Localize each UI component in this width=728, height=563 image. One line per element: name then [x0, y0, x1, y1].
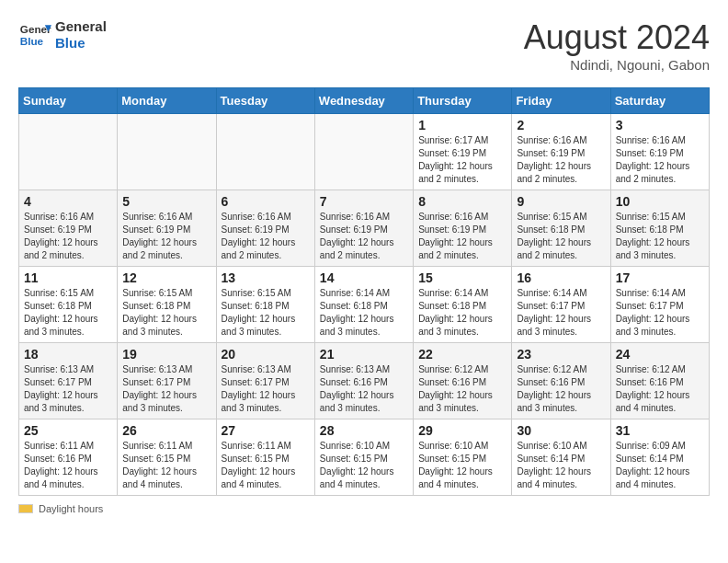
calendar-cell: 7Sunrise: 6:16 AM Sunset: 6:19 PM Daylig… — [314, 190, 413, 267]
day-info: Sunrise: 6:14 AM Sunset: 6:18 PM Dayligh… — [418, 287, 506, 339]
calendar-header-row: SundayMondayTuesdayWednesdayThursdayFrid… — [19, 88, 710, 114]
calendar-cell: 21Sunrise: 6:13 AM Sunset: 6:16 PM Dayli… — [314, 343, 413, 419]
title-block: August 2024 Ndindi, Ngouni, Gabon — [524, 18, 710, 73]
day-number: 24 — [616, 347, 704, 362]
calendar-day-header: Monday — [118, 88, 216, 114]
day-info: Sunrise: 6:15 AM Sunset: 6:18 PM Dayligh… — [616, 211, 704, 262]
calendar-cell: 18Sunrise: 6:13 AM Sunset: 6:17 PM Dayli… — [19, 343, 118, 419]
day-number: 11 — [24, 270, 112, 285]
day-number: 9 — [517, 194, 605, 209]
calendar-day-header: Thursday — [414, 88, 512, 114]
calendar-cell: 24Sunrise: 6:12 AM Sunset: 6:16 PM Dayli… — [610, 343, 709, 419]
day-number: 4 — [24, 194, 112, 209]
day-number: 17 — [616, 270, 704, 285]
day-number: 26 — [122, 423, 210, 438]
legend: Daylight hours — [18, 503, 710, 514]
day-number: 14 — [320, 270, 408, 285]
day-info: Sunrise: 6:11 AM Sunset: 6:15 PM Dayligh… — [222, 440, 310, 491]
calendar-cell: 11Sunrise: 6:15 AM Sunset: 6:18 PM Dayli… — [19, 267, 118, 343]
day-info: Sunrise: 6:10 AM Sunset: 6:15 PM Dayligh… — [418, 440, 506, 491]
day-number: 31 — [616, 423, 704, 438]
day-info: Sunrise: 6:11 AM Sunset: 6:15 PM Dayligh… — [122, 440, 210, 491]
day-number: 29 — [418, 423, 506, 438]
day-info: Sunrise: 6:16 AM Sunset: 6:19 PM Dayligh… — [222, 211, 310, 262]
calendar-cell: 1Sunrise: 6:17 AM Sunset: 6:19 PM Daylig… — [414, 114, 512, 190]
calendar-cell: 26Sunrise: 6:11 AM Sunset: 6:15 PM Dayli… — [118, 419, 216, 496]
day-info: Sunrise: 6:13 AM Sunset: 6:17 PM Dayligh… — [122, 363, 210, 415]
day-number: 7 — [320, 194, 408, 209]
day-info: Sunrise: 6:15 AM Sunset: 6:18 PM Dayligh… — [222, 287, 310, 339]
calendar-cell: 2Sunrise: 6:16 AM Sunset: 6:19 PM Daylig… — [512, 114, 610, 190]
day-info: Sunrise: 6:11 AM Sunset: 6:16 PM Dayligh… — [24, 440, 112, 491]
calendar-cell: 9Sunrise: 6:15 AM Sunset: 6:18 PM Daylig… — [512, 190, 610, 267]
day-info: Sunrise: 6:16 AM Sunset: 6:19 PM Dayligh… — [418, 211, 506, 262]
day-number: 15 — [418, 270, 506, 285]
day-info: Sunrise: 6:12 AM Sunset: 6:16 PM Dayligh… — [517, 363, 605, 415]
calendar-cell: 23Sunrise: 6:12 AM Sunset: 6:16 PM Dayli… — [512, 343, 610, 419]
day-info: Sunrise: 6:13 AM Sunset: 6:17 PM Dayligh… — [222, 363, 310, 415]
calendar-day-header: Friday — [512, 88, 610, 114]
svg-text:Blue: Blue — [20, 35, 44, 47]
day-info: Sunrise: 6:13 AM Sunset: 6:16 PM Dayligh… — [320, 363, 408, 415]
day-number: 8 — [418, 194, 506, 209]
calendar-cell — [216, 114, 314, 190]
calendar-day-header: Sunday — [19, 88, 118, 114]
day-number: 23 — [517, 347, 605, 362]
calendar-week-row: 18Sunrise: 6:13 AM Sunset: 6:17 PM Dayli… — [19, 343, 710, 419]
day-number: 22 — [418, 347, 506, 362]
calendar-cell: 8Sunrise: 6:16 AM Sunset: 6:19 PM Daylig… — [414, 190, 512, 267]
calendar-day-header: Wednesday — [314, 88, 413, 114]
calendar-cell — [314, 114, 413, 190]
calendar-cell: 16Sunrise: 6:14 AM Sunset: 6:17 PM Dayli… — [512, 267, 610, 343]
calendar-cell: 20Sunrise: 6:13 AM Sunset: 6:17 PM Dayli… — [216, 343, 314, 419]
day-info: Sunrise: 6:16 AM Sunset: 6:19 PM Dayligh… — [24, 211, 112, 262]
calendar-cell — [118, 114, 216, 190]
calendar-cell: 31Sunrise: 6:09 AM Sunset: 6:14 PM Dayli… — [610, 419, 709, 496]
day-number: 19 — [122, 347, 210, 362]
logo: General Blue General Blue — [18, 18, 107, 52]
page-header: General Blue General Blue August 2024 Nd… — [18, 18, 710, 73]
day-info: Sunrise: 6:14 AM Sunset: 6:18 PM Dayligh… — [320, 287, 408, 339]
day-number: 20 — [222, 347, 310, 362]
day-info: Sunrise: 6:12 AM Sunset: 6:16 PM Dayligh… — [616, 363, 704, 415]
day-number: 1 — [418, 118, 506, 132]
day-info: Sunrise: 6:16 AM Sunset: 6:19 PM Dayligh… — [517, 134, 605, 186]
day-info: Sunrise: 6:14 AM Sunset: 6:17 PM Dayligh… — [616, 287, 704, 339]
calendar-table: SundayMondayTuesdayWednesdayThursdayFrid… — [18, 87, 710, 496]
day-info: Sunrise: 6:14 AM Sunset: 6:17 PM Dayligh… — [517, 287, 605, 339]
calendar-week-row: 4Sunrise: 6:16 AM Sunset: 6:19 PM Daylig… — [19, 190, 710, 267]
calendar-cell: 19Sunrise: 6:13 AM Sunset: 6:17 PM Dayli… — [118, 343, 216, 419]
calendar-cell: 29Sunrise: 6:10 AM Sunset: 6:15 PM Dayli… — [414, 419, 512, 496]
legend-label: Daylight hours — [39, 503, 103, 514]
calendar-cell: 28Sunrise: 6:10 AM Sunset: 6:15 PM Dayli… — [314, 419, 413, 496]
day-number: 27 — [222, 423, 310, 438]
calendar-cell: 6Sunrise: 6:16 AM Sunset: 6:19 PM Daylig… — [216, 190, 314, 267]
day-info: Sunrise: 6:15 AM Sunset: 6:18 PM Dayligh… — [517, 211, 605, 262]
day-number: 30 — [517, 423, 605, 438]
location: Ndindi, Ngouni, Gabon — [524, 57, 710, 73]
day-number: 6 — [222, 194, 310, 209]
day-number: 3 — [616, 118, 704, 132]
day-number: 18 — [24, 347, 112, 362]
day-number: 21 — [320, 347, 408, 362]
day-number: 16 — [517, 270, 605, 285]
day-number: 28 — [320, 423, 408, 438]
calendar-week-row: 11Sunrise: 6:15 AM Sunset: 6:18 PM Dayli… — [19, 267, 710, 343]
day-number: 12 — [122, 270, 210, 285]
day-info: Sunrise: 6:15 AM Sunset: 6:18 PM Dayligh… — [24, 287, 112, 339]
calendar-cell: 14Sunrise: 6:14 AM Sunset: 6:18 PM Dayli… — [314, 267, 413, 343]
calendar-day-header: Saturday — [610, 88, 709, 114]
day-info: Sunrise: 6:16 AM Sunset: 6:19 PM Dayligh… — [616, 134, 704, 186]
day-info: Sunrise: 6:17 AM Sunset: 6:19 PM Dayligh… — [418, 134, 506, 186]
svg-text:General: General — [20, 23, 51, 35]
legend-color — [18, 504, 33, 513]
logo-blue: Blue — [55, 35, 107, 52]
day-info: Sunrise: 6:12 AM Sunset: 6:16 PM Dayligh… — [418, 363, 506, 415]
day-info: Sunrise: 6:16 AM Sunset: 6:19 PM Dayligh… — [122, 211, 210, 262]
calendar-cell: 22Sunrise: 6:12 AM Sunset: 6:16 PM Dayli… — [414, 343, 512, 419]
day-info: Sunrise: 6:10 AM Sunset: 6:14 PM Dayligh… — [517, 440, 605, 491]
day-info: Sunrise: 6:16 AM Sunset: 6:19 PM Dayligh… — [320, 211, 408, 262]
calendar-cell: 25Sunrise: 6:11 AM Sunset: 6:16 PM Dayli… — [19, 419, 118, 496]
day-number: 2 — [517, 118, 605, 132]
calendar-cell — [19, 114, 118, 190]
